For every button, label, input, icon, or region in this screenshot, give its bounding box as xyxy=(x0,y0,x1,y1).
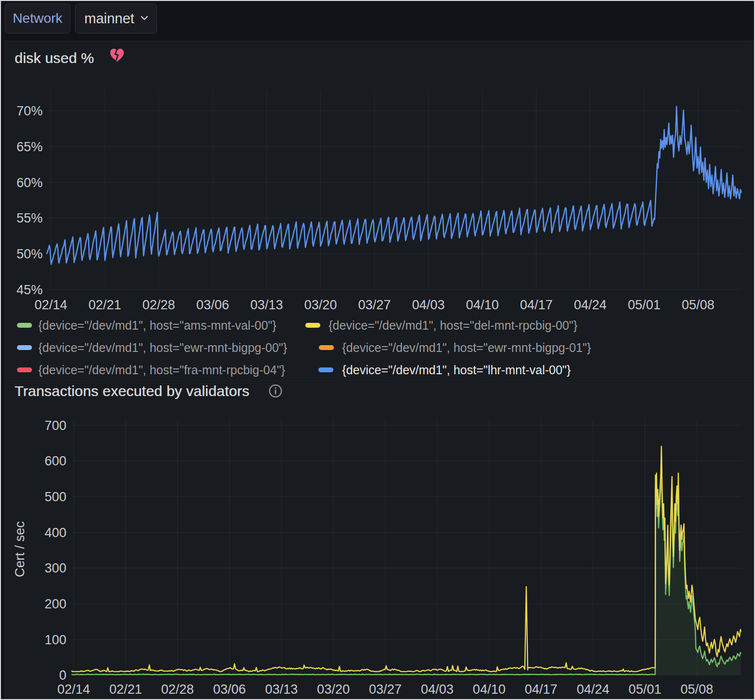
svg-text:03/20: 03/20 xyxy=(304,298,337,312)
svg-text:04/03: 04/03 xyxy=(412,298,445,312)
svg-text:45%: 45% xyxy=(16,283,43,297)
svg-text:04/03: 04/03 xyxy=(421,682,454,697)
svg-text:04/24: 04/24 xyxy=(574,298,607,312)
svg-text:02/14: 02/14 xyxy=(34,298,67,312)
svg-text:700: 700 xyxy=(45,418,66,433)
svg-text:70%: 70% xyxy=(16,104,43,118)
svg-text:04/17: 04/17 xyxy=(520,298,553,312)
svg-text:02/21: 02/21 xyxy=(89,298,122,312)
svg-text:100: 100 xyxy=(45,633,66,647)
svg-text:04/10: 04/10 xyxy=(473,682,506,697)
svg-text:Cert / sec: Cert / sec xyxy=(13,521,27,577)
svg-text:05/01: 05/01 xyxy=(629,682,661,697)
svg-text:05/08: 05/08 xyxy=(682,298,715,312)
svg-text:03/27: 03/27 xyxy=(369,682,402,697)
svg-text:55%: 55% xyxy=(16,211,43,225)
svg-text:200: 200 xyxy=(45,597,66,611)
svg-text:500: 500 xyxy=(45,490,66,504)
svg-text:03/20: 03/20 xyxy=(317,682,350,697)
svg-text:05/01: 05/01 xyxy=(628,298,661,312)
svg-text:03/06: 03/06 xyxy=(196,298,229,312)
svg-text:02/28: 02/28 xyxy=(161,682,194,697)
svg-text:02/14: 02/14 xyxy=(57,682,90,697)
svg-text:02/28: 02/28 xyxy=(142,298,175,312)
svg-text:300: 300 xyxy=(45,561,66,575)
svg-text:50%: 50% xyxy=(16,247,43,261)
svg-text:02/21: 02/21 xyxy=(109,682,142,697)
svg-text:04/10: 04/10 xyxy=(466,298,499,312)
svg-text:0: 0 xyxy=(59,668,66,683)
svg-text:03/06: 03/06 xyxy=(213,682,246,697)
svg-text:05/08: 05/08 xyxy=(680,682,713,697)
svg-text:600: 600 xyxy=(45,454,66,468)
svg-text:65%: 65% xyxy=(16,140,43,154)
svg-text:03/13: 03/13 xyxy=(250,298,283,312)
svg-text:04/17: 04/17 xyxy=(525,682,558,697)
svg-text:400: 400 xyxy=(45,525,66,540)
svg-text:04/24: 04/24 xyxy=(577,682,610,697)
svg-text:03/13: 03/13 xyxy=(265,682,298,697)
svg-text:03/27: 03/27 xyxy=(358,298,391,312)
svg-text:60%: 60% xyxy=(16,175,43,190)
